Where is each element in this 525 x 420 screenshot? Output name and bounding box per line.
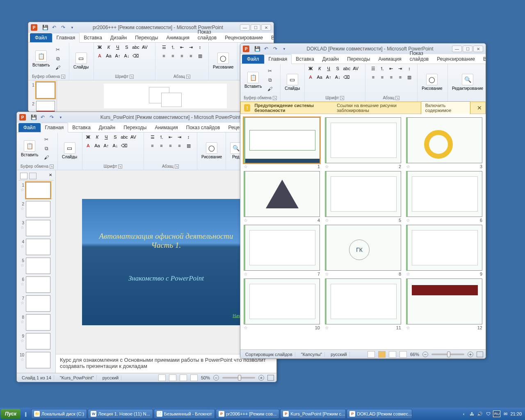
bullets-icon[interactable]: ☰ — [369, 65, 377, 72]
slide-thumbnails-panel[interactable]: 1 2 3 — [28, 80, 57, 112]
maximize-button[interactable]: ☐ — [251, 24, 260, 31]
minimize-button[interactable]: — — [240, 24, 250, 31]
zoom-slider[interactable] — [431, 354, 464, 355]
italic-button[interactable]: К — [105, 43, 113, 51]
zoom-level[interactable]: 50% — [201, 375, 210, 380]
outline-tab-icon[interactable] — [29, 173, 37, 179]
enable-content-button[interactable]: Включить содержимое — [421, 101, 470, 114]
clock[interactable]: 21:20 — [510, 411, 522, 416]
slide-thumbnails-panel[interactable]: ✕ 1☆2☆3☆4☆5☆6☆7☆8☆9☆10☆ — [17, 170, 56, 373]
tab-slideshow[interactable]: Показ слайдов — [406, 49, 433, 64]
copy-icon[interactable]: ⧉ — [42, 144, 50, 153]
tab-transitions[interactable]: Переходы — [343, 55, 374, 64]
undo-icon[interactable]: ↶ — [50, 24, 58, 31]
tab-animations[interactable]: Анимация — [151, 123, 182, 132]
font-color-icon[interactable]: A — [96, 52, 104, 59]
sorter-slide-7[interactable]: ☆7 — [244, 225, 320, 277]
undo-icon[interactable]: ↶ — [262, 45, 270, 52]
align-right-icon[interactable]: ≡ — [167, 142, 175, 149]
redo-icon[interactable]: ↷ — [48, 114, 55, 121]
format-painter-icon[interactable]: 🖌 — [42, 153, 50, 162]
numbering-icon[interactable]: ⒈ — [158, 133, 166, 141]
cut-icon[interactable]: ✂ — [266, 67, 274, 75]
close-pane-icon[interactable]: ✕ — [49, 173, 52, 179]
tray-shield-icon[interactable]: 🛡 — [485, 411, 491, 417]
thumbnail-1[interactable]: 1☆ — [18, 182, 54, 199]
align-center-icon[interactable]: ≡ — [158, 142, 166, 149]
maximize-button[interactable]: ☐ — [463, 46, 472, 52]
strike-button[interactable]: abc — [132, 43, 140, 51]
thumbnail-10[interactable]: 10☆ — [18, 352, 54, 368]
grow-font-icon[interactable]: A↑ — [114, 52, 122, 59]
sorter-slide-1[interactable]: ☆1 — [244, 117, 320, 169]
taskbar-task-5[interactable]: PDOKLAD [Режим совмес... — [347, 409, 412, 419]
italic-button[interactable]: К — [93, 133, 101, 141]
titlebar[interactable]: P 💾 ↶ ↷ ▼ Kurs_PowPoint [Режим совместим… — [17, 112, 276, 123]
normal-view-icon[interactable] — [368, 351, 375, 358]
format-painter-icon[interactable]: 🖌 — [266, 85, 274, 93]
indent-dec-icon[interactable]: ⇤ — [178, 43, 186, 51]
tab-insert[interactable]: Вставка — [68, 123, 95, 132]
font-color-icon[interactable]: A — [84, 142, 92, 149]
qat-dropdown-icon[interactable]: ▼ — [281, 45, 288, 52]
copy-icon[interactable]: ⧉ — [54, 55, 62, 63]
align-right-icon[interactable]: ≡ — [178, 52, 186, 59]
numbering-icon[interactable]: ⒈ — [378, 65, 386, 72]
slideshow-view-icon[interactable] — [399, 351, 407, 358]
slides-button[interactable]: ▭Слайды — [59, 142, 80, 160]
tab-design[interactable]: Дизайн — [95, 123, 119, 132]
tab-slideshow[interactable]: Показ слайдов — [182, 123, 224, 132]
tab-review[interactable]: Рецензирование — [433, 55, 479, 64]
zoom-in-icon[interactable]: + — [258, 375, 264, 381]
align-left-icon[interactable]: ≡ — [148, 142, 157, 149]
save-icon[interactable]: 💾 — [41, 24, 49, 31]
slideshow-view-icon[interactable] — [190, 374, 198, 381]
zoom-out-icon[interactable]: − — [422, 352, 428, 357]
bold-button[interactable]: Ж — [84, 133, 92, 141]
shadow-button[interactable]: S — [111, 133, 119, 141]
bold-button[interactable]: Ж — [306, 65, 315, 72]
thumbnail-1[interactable]: 1 — [30, 82, 55, 98]
justify-icon[interactable]: ≡ — [396, 73, 404, 81]
editing-button[interactable]: 🔍Редактирование — [450, 73, 486, 91]
reading-view-icon[interactable] — [180, 374, 187, 381]
shadow-button[interactable]: S — [333, 65, 342, 72]
start-button[interactable]: Пуск — [1, 409, 21, 419]
sorter-slide-8[interactable]: ГК☆8 — [325, 225, 401, 277]
tray-chevron-icon[interactable]: ‹ — [460, 411, 467, 417]
titlebar[interactable]: P 💾 ↶ ↷ ▼ DOKLAD [Режим совместимости] -… — [240, 43, 486, 54]
fit-window-icon[interactable] — [477, 352, 483, 357]
indent-inc-icon[interactable]: ⇥ — [396, 65, 404, 72]
sorter-slide-11[interactable]: ☆11 — [325, 278, 401, 331]
qat-dropdown-icon[interactable]: ▼ — [57, 114, 64, 121]
indent-dec-icon[interactable]: ⇤ — [387, 65, 395, 72]
align-center-icon[interactable]: ≡ — [378, 73, 386, 81]
paste-button[interactable]: 📋 Вставить — [30, 50, 52, 68]
sorter-slide-3[interactable]: ☆3 — [406, 117, 482, 169]
strike-button[interactable]: abc — [342, 65, 351, 72]
shadow-button[interactable]: S — [123, 43, 131, 51]
tab-home[interactable]: Главная — [264, 54, 292, 64]
clipboard-dialog-icon[interactable]: ↘ — [61, 75, 65, 79]
shrink-font-icon[interactable]: A↓ — [111, 142, 119, 149]
tray-network-icon[interactable]: 🖧 — [468, 411, 475, 417]
save-icon[interactable]: 💾 — [30, 114, 37, 121]
tab-file[interactable]: Файл — [18, 123, 41, 132]
thumbnail-3[interactable]: 3☆ — [18, 220, 54, 236]
zoom-slider[interactable] — [222, 377, 255, 379]
language-status[interactable]: русский — [328, 352, 349, 357]
bullets-icon[interactable]: ☰ — [148, 133, 157, 141]
thumbnail-2[interactable]: 2 — [30, 101, 55, 112]
slides-tab-icon[interactable] — [20, 173, 27, 179]
minimize-button[interactable]: — — [452, 46, 462, 52]
tab-view[interactable]: Вид — [267, 33, 274, 42]
tab-transitions[interactable]: Переходы — [119, 123, 151, 132]
format-painter-icon[interactable]: 🖌 — [54, 64, 62, 72]
tab-design[interactable]: Дизайн — [106, 33, 131, 42]
tab-review[interactable]: Рецензирование — [221, 33, 267, 42]
line-spacing-icon[interactable]: ↕ — [405, 65, 413, 72]
slides-button[interactable]: ▭ Слайды — [71, 52, 91, 70]
thumbnail-2[interactable]: 2☆ — [18, 201, 54, 217]
thumbnail-7[interactable]: 7☆ — [18, 295, 54, 312]
sorter-slide-6[interactable]: ☆6 — [406, 171, 482, 223]
